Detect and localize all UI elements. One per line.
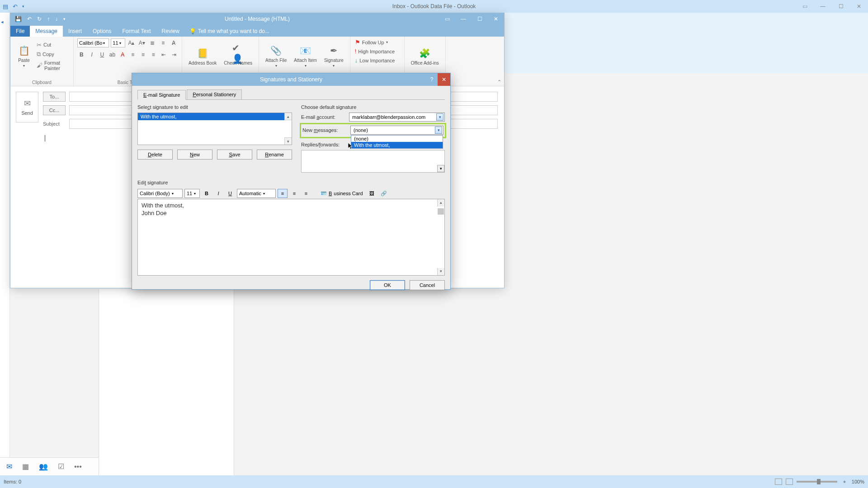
scrollbar-thumb[interactable] <box>438 208 444 215</box>
scroll-up-icon[interactable]: ▴ <box>437 199 444 206</box>
qat-customize-icon[interactable]: ▾ <box>22 4 24 9</box>
copy-button[interactable]: ⧉Copy <box>36 50 70 58</box>
zoom-slider[interactable] <box>797 481 837 483</box>
tab-file[interactable]: File <box>10 26 30 37</box>
insert-hyperlink-icon[interactable]: 🔗 <box>379 189 389 198</box>
grow-font-icon[interactable]: A▴ <box>127 38 136 47</box>
scroll-up-icon[interactable]: ▴ <box>284 113 292 120</box>
editor-color-select[interactable]: Automatic▾ <box>237 189 276 198</box>
to-button[interactable]: To... <box>43 92 66 102</box>
dropdown-option-none[interactable]: (none) <box>351 136 443 142</box>
tab-options[interactable]: Options <box>87 26 117 37</box>
signature-button[interactable]: ✒Signature▾ <box>321 42 346 70</box>
scroll-down-icon[interactable]: ▾ <box>437 268 444 275</box>
cut-button[interactable]: ✂Cut <box>36 41 70 49</box>
save-icon[interactable]: 💾 <box>15 16 22 22</box>
bullets-icon[interactable]: ≣ <box>148 38 157 47</box>
follow-up-button[interactable]: ⚑Follow Up▾ <box>354 38 401 46</box>
editor-align-left-icon[interactable]: ≡ <box>278 189 288 198</box>
dropdown-option-signature[interactable]: With the utmost, <box>351 142 443 148</box>
editor-size-select[interactable]: 11▾ <box>184 189 200 198</box>
tab-format-text[interactable]: Format Text <box>117 26 156 37</box>
maximize-icon[interactable]: ☐ <box>472 13 488 25</box>
nav-more-icon[interactable]: ••• <box>74 463 82 471</box>
replies-forwards-area[interactable]: ▾ <box>301 150 445 173</box>
close-icon[interactable]: ✕ <box>488 13 504 25</box>
office-addins-button[interactable]: 🧩Office Add-ins <box>408 45 442 67</box>
tab-message[interactable]: Message <box>30 26 63 37</box>
chevron-down-icon[interactable]: ▾ <box>437 165 444 172</box>
tell-me-search[interactable]: 💡Tell me what you want to do... <box>185 26 274 37</box>
high-importance-button[interactable]: !High Importance <box>354 47 401 55</box>
ok-button[interactable]: OK <box>370 280 405 290</box>
bold-icon[interactable]: B <box>77 50 86 59</box>
clear-format-icon[interactable]: A̷ <box>170 38 178 47</box>
tab-insert[interactable]: Insert <box>63 26 87 37</box>
calendar-icon[interactable]: ▦ <box>22 462 29 471</box>
collapse-ribbon-icon[interactable]: ⌃ <box>497 79 501 85</box>
signature-list-item[interactable]: With the utmost, <box>138 113 292 120</box>
minimize-icon[interactable]: — <box>814 0 832 13</box>
ribbon-display-icon[interactable]: ▭ <box>439 13 455 25</box>
shrink-font-icon[interactable]: A▾ <box>137 38 146 47</box>
email-account-select[interactable]: marklabarr@blenderpassion.com▾ <box>349 113 445 122</box>
signature-list[interactable]: With the utmost, ▴ ▾ <box>137 113 292 145</box>
new-button[interactable]: New <box>177 150 212 160</box>
editor-align-right-icon[interactable]: ≡ <box>301 189 311 198</box>
decrease-indent-icon[interactable]: ⇤ <box>160 50 168 59</box>
rename-button[interactable]: Rename <box>257 150 292 160</box>
maximize-icon[interactable]: ☐ <box>832 0 850 13</box>
tasks-icon[interactable]: ☑ <box>58 462 64 471</box>
delete-button[interactable]: Delete <box>137 150 173 160</box>
prev-icon[interactable]: ↑ <box>47 16 50 22</box>
align-left-icon[interactable]: ≡ <box>129 50 137 59</box>
cc-button[interactable]: Cc... <box>43 105 66 115</box>
attach-file-button[interactable]: 📎Attach File▾ <box>263 42 289 70</box>
underline-icon[interactable]: U <box>98 50 106 59</box>
scroll-down-icon[interactable]: ▾ <box>284 137 292 145</box>
paste-button[interactable]: 📋Paste▾ <box>14 42 34 70</box>
new-messages-select[interactable]: (none)▾ (none) With the utmost, <box>350 126 443 135</box>
zoom-in-icon[interactable]: + <box>841 479 848 484</box>
font-family-select[interactable]: Calibri (Bo▾ <box>77 38 109 47</box>
help-icon[interactable]: ? <box>426 76 438 83</box>
font-color-icon[interactable]: A <box>118 50 127 59</box>
view-reading-icon[interactable] <box>786 479 793 485</box>
business-card-icon[interactable]: 🪪 Business Card <box>318 189 365 198</box>
numbering-icon[interactable]: ≡ <box>159 38 167 47</box>
align-center-icon[interactable]: ≡ <box>139 50 147 59</box>
editor-underline-icon[interactable]: U <box>225 189 235 198</box>
ribbon-display-icon[interactable]: ▭ <box>796 0 814 13</box>
minimize-icon[interactable]: — <box>455 13 472 25</box>
dialog-close-icon[interactable]: ✕ <box>438 73 450 86</box>
editor-font-select[interactable]: Calibri (Body)▾ <box>137 189 183 198</box>
highlight-icon[interactable]: ab <box>108 50 117 59</box>
folder-pane-collapsed[interactable]: ◂ <box>0 13 10 475</box>
redo-icon[interactable]: ↻ <box>37 16 42 22</box>
editor-align-center-icon[interactable]: ≡ <box>289 189 299 198</box>
italic-icon[interactable]: I <box>88 50 96 59</box>
qat-customize-icon[interactable]: ▾ <box>63 17 66 21</box>
people-icon[interactable]: 👥 <box>39 462 48 471</box>
undo-icon[interactable]: ↶ <box>13 3 18 10</box>
signature-editor[interactable]: With the utmost, John Doe ▴ ▾ <box>137 199 445 276</box>
close-icon[interactable]: ✕ <box>850 0 868 13</box>
editor-bold-icon[interactable]: B <box>202 189 212 198</box>
editor-italic-icon[interactable]: I <box>213 189 223 198</box>
tab-review[interactable]: Review <box>156 26 185 37</box>
send-button[interactable]: ✉Send <box>16 92 38 122</box>
undo-icon[interactable]: ↶ <box>27 16 32 22</box>
align-right-icon[interactable]: ≡ <box>149 50 158 59</box>
font-size-select[interactable]: 11▾ <box>111 38 125 47</box>
address-book-button[interactable]: 📒Address Book <box>186 45 219 67</box>
cancel-button[interactable]: Cancel <box>410 280 445 290</box>
attach-item-button[interactable]: 📧Attach Item▾ <box>291 42 320 70</box>
save-button[interactable]: Save <box>217 150 252 160</box>
low-importance-button[interactable]: ↓Low Importance <box>354 56 401 64</box>
format-painter-button[interactable]: 🖌Format Painter <box>36 60 70 71</box>
tab-personal-stationery[interactable]: Personal Stationery <box>187 89 242 99</box>
mail-icon[interactable]: ✉ <box>6 462 12 471</box>
check-names-button[interactable]: ✔👤Check Names <box>221 45 255 67</box>
view-normal-icon[interactable] <box>775 479 782 485</box>
next-icon[interactable]: ↓ <box>55 16 58 22</box>
